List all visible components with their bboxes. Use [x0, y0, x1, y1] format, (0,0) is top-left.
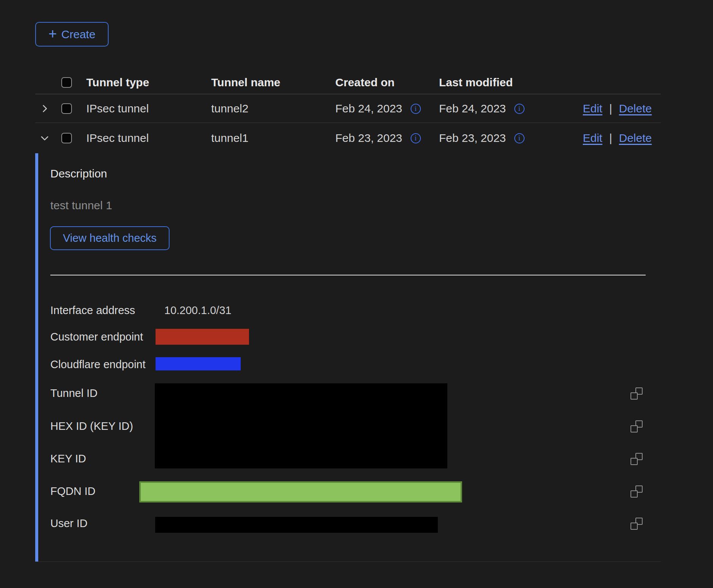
create-button-label: Create: [61, 28, 95, 41]
copy-tunnel-id-button[interactable]: [630, 387, 643, 400]
header-last-modified: Last modified: [439, 76, 513, 89]
expanded-panel-bottom-divider: [35, 562, 661, 562]
cloudflare-endpoint-redacted-value: [156, 357, 241, 370]
table-row: IPsec tunnel tunnel2 Feb 24, 2023 i Feb …: [0, 94, 713, 123]
created-on-cell: Feb 24, 2023 i: [335, 102, 421, 115]
info-icon[interactable]: i: [411, 104, 421, 114]
tunnel-name-cell: tunnel2: [211, 102, 248, 115]
tunnel-id-label: Tunnel ID: [50, 386, 98, 400]
copy-hex-id-button[interactable]: [630, 420, 643, 432]
tunnels-page: + Create Tunnel type Tunnel name Created…: [0, 0, 713, 588]
created-on-cell: Feb 23, 2023 i: [335, 132, 421, 145]
interface-address-label: Interface address: [50, 303, 135, 317]
collapse-toggle[interactable]: [39, 133, 50, 143]
edit-link[interactable]: Edit: [583, 132, 602, 145]
fqdn-id-redacted-value: [139, 481, 462, 502]
copy-user-id-button[interactable]: [630, 518, 643, 530]
expand-toggle[interactable]: [39, 103, 50, 114]
last-modified-date: Feb 24, 2023: [439, 102, 506, 115]
section-divider: [50, 275, 646, 275]
select-all-checkbox[interactable]: [61, 77, 72, 88]
ids-redacted-block: [155, 383, 447, 468]
chevron-down-icon: [39, 133, 50, 143]
created-on-date: Feb 24, 2023: [335, 102, 402, 115]
actions-separator: |: [609, 132, 612, 145]
description-value: test tunnel 1: [50, 199, 112, 212]
fqdn-id-label: FQDN ID: [50, 484, 95, 498]
view-health-checks-button[interactable]: View health checks: [50, 226, 170, 250]
tunnel-type-cell: IPsec tunnel: [86, 102, 149, 115]
info-icon[interactable]: i: [514, 133, 525, 143]
row-actions: Edit | Delete: [583, 102, 652, 115]
cloudflare-endpoint-label: Cloudflare endpoint: [50, 358, 146, 371]
chevron-right-icon: [39, 103, 50, 114]
header-tunnel-name: Tunnel name: [211, 76, 280, 89]
interface-address-value: 10.200.1.0/31: [164, 303, 231, 317]
copy-key-id-button[interactable]: [630, 453, 643, 465]
last-modified-cell: Feb 24, 2023 i: [439, 102, 525, 115]
edit-link[interactable]: Edit: [583, 102, 602, 115]
info-icon[interactable]: i: [514, 104, 525, 114]
key-id-label: KEY ID: [50, 452, 86, 465]
table-row: IPsec tunnel tunnel1 Feb 23, 2023 i Feb …: [0, 123, 713, 153]
header-tunnel-type: Tunnel type: [86, 76, 149, 89]
user-id-label: User ID: [50, 516, 87, 530]
plus-icon: +: [48, 26, 57, 41]
tunnel-name-cell: tunnel1: [211, 132, 248, 145]
hex-id-label: HEX ID (KEY ID): [50, 419, 133, 433]
header-created-on: Created on: [335, 76, 395, 89]
table-header-row: Tunnel type Tunnel name Created on Last …: [0, 70, 713, 94]
customer-endpoint-label: Customer endpoint: [50, 330, 143, 344]
copy-fqdn-id-button[interactable]: [630, 485, 643, 498]
row-checkbox[interactable]: [61, 103, 72, 114]
expanded-panel-accent-bar: [35, 153, 38, 562]
actions-separator: |: [609, 102, 612, 115]
last-modified-date: Feb 23, 2023: [439, 132, 506, 145]
delete-link[interactable]: Delete: [619, 132, 652, 145]
info-icon[interactable]: i: [411, 133, 421, 143]
row-checkbox[interactable]: [61, 133, 72, 143]
description-label: Description: [50, 167, 107, 180]
user-id-redacted-value: [155, 517, 438, 533]
customer-endpoint-redacted-value: [156, 329, 249, 345]
last-modified-cell: Feb 23, 2023 i: [439, 132, 525, 145]
delete-link[interactable]: Delete: [619, 102, 652, 115]
tunnel-type-cell: IPsec tunnel: [86, 132, 149, 145]
create-button[interactable]: + Create: [35, 22, 109, 47]
created-on-date: Feb 23, 2023: [335, 132, 402, 145]
row-actions: Edit | Delete: [583, 132, 652, 145]
